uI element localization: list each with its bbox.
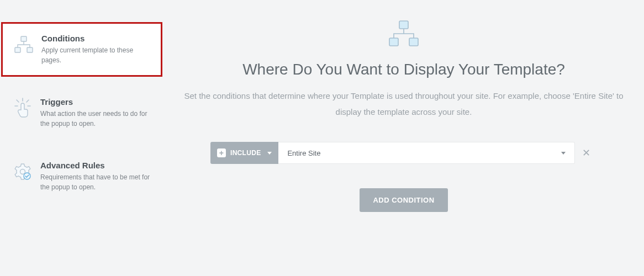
page-description: Set the conditions that determine where …	[183, 88, 624, 120]
svg-rect-5	[399, 21, 408, 29]
caret-down-icon	[561, 152, 566, 155]
sidebar-item-title: Advanced Rules	[40, 161, 152, 170]
gear-icon	[12, 161, 34, 183]
sitemap-icon	[13, 34, 35, 56]
sidebar-item-triggers[interactable]: Triggers What action the user needs to d…	[0, 86, 163, 140]
sidebar-item-desc: Apply current template to these pages.	[41, 45, 151, 65]
svg-rect-1	[15, 47, 20, 52]
remove-condition-button[interactable]: ✕	[575, 142, 597, 164]
svg-point-3	[20, 169, 25, 174]
sidebar: Conditions Apply current template to the…	[0, 0, 163, 276]
sidebar-item-title: Conditions	[41, 34, 151, 43]
sidebar-item-title: Triggers	[40, 97, 152, 107]
select-value: Entire Site	[287, 149, 320, 157]
click-icon	[12, 97, 34, 119]
svg-rect-6	[389, 38, 398, 46]
plus-icon: +	[217, 148, 226, 157]
include-label: INCLUDE	[230, 149, 261, 157]
sitemap-hero-icon	[387, 20, 420, 47]
svg-rect-0	[21, 36, 27, 41]
close-icon: ✕	[582, 147, 590, 159]
include-toggle-button[interactable]: + INCLUDE	[210, 142, 278, 164]
sidebar-item-desc: What action the user needs to do for the…	[40, 109, 152, 129]
page-title: Where Do You Want to Display Your Templa…	[183, 61, 624, 78]
svg-rect-7	[409, 38, 418, 46]
main-content: Where Do You Want to Display Your Templa…	[163, 0, 644, 276]
condition-scope-select[interactable]: Entire Site	[278, 142, 575, 164]
svg-rect-2	[27, 47, 33, 52]
add-condition-button[interactable]: ADD CONDITION	[360, 188, 447, 212]
sidebar-item-advanced-rules[interactable]: Advanced Rules Requirements that have to…	[0, 149, 163, 204]
caret-down-icon	[267, 152, 272, 155]
condition-row: + INCLUDE Entire Site ✕	[210, 142, 597, 164]
sidebar-item-desc: Requirements that have to be met for the…	[40, 172, 152, 192]
sidebar-item-conditions[interactable]: Conditions Apply current template to the…	[1, 22, 162, 77]
